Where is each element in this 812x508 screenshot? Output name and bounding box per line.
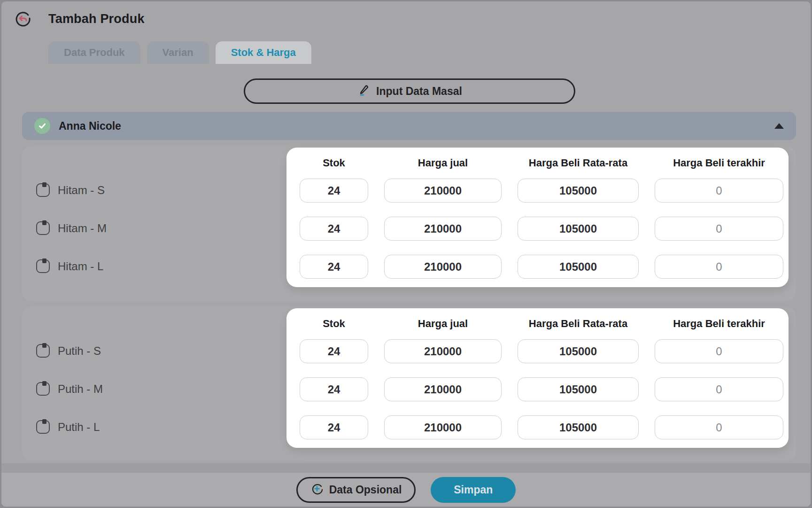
- package-icon: [36, 382, 50, 396]
- variant-row: Putih - S: [36, 339, 101, 363]
- harga-beli-rata-input[interactable]: [518, 255, 639, 279]
- harga-jual-input[interactable]: [384, 339, 502, 363]
- variant-row: Hitam - M: [36, 216, 107, 240]
- stock-price-card: Stok Harga jual Harga Beli Rata-rata Har…: [286, 148, 789, 287]
- harga-beli-terakhir-input[interactable]: [655, 255, 783, 279]
- stok-input[interactable]: [300, 339, 368, 363]
- variant-label: Putih - M: [58, 383, 103, 396]
- package-icon: [36, 420, 50, 434]
- harga-beli-rata-input[interactable]: [518, 217, 639, 241]
- table-row: [300, 415, 783, 439]
- variant-row: Putih - M: [36, 377, 103, 401]
- footer-bar: Data Opsional Simpan: [1, 473, 811, 508]
- harga-beli-terakhir-input[interactable]: [655, 217, 783, 241]
- column-header-harga-beli-rata: Harga Beli Rata-rata: [518, 318, 639, 330]
- harga-beli-terakhir-input[interactable]: [655, 415, 783, 439]
- table-header-row: Stok Harga jual Harga Beli Rata-rata Har…: [300, 318, 783, 330]
- simpan-button[interactable]: Simpan: [431, 477, 516, 503]
- package-icon: [36, 221, 50, 235]
- data-opsional-button[interactable]: Data Opsional: [296, 477, 416, 503]
- add-product-screen: Tambah Produk Data Produk Varian Stok & …: [0, 0, 812, 508]
- tab-stok-harga[interactable]: Stok & Harga: [216, 41, 311, 64]
- column-header-harga-jual: Harga jual: [384, 157, 502, 169]
- input-data-masal-button[interactable]: Input Data Masal: [244, 78, 575, 104]
- stok-input[interactable]: [300, 415, 368, 439]
- variant-label: Putih - S: [58, 344, 101, 358]
- variant-section-putih: Putih - S Putih - M Putih - L Stok Harga…: [22, 307, 796, 461]
- check-circle-icon: [34, 118, 50, 134]
- package-icon: [36, 259, 50, 273]
- table-header-row: Stok Harga jual Harga Beli Rata-rata Har…: [300, 157, 783, 169]
- stok-input[interactable]: [300, 217, 368, 241]
- harga-beli-rata-input[interactable]: [518, 179, 639, 203]
- harga-jual-input[interactable]: [384, 179, 502, 203]
- column-header-harga-beli-terakhir: Harga Beli terakhir: [655, 318, 783, 330]
- tab-bar: Data Produk Varian Stok & Harga: [48, 41, 311, 64]
- harga-beli-rata-input[interactable]: [518, 377, 639, 401]
- variant-label: Hitam - L: [58, 260, 103, 273]
- back-button[interactable]: [14, 10, 32, 29]
- table-row: [300, 217, 783, 241]
- undo-back-icon: [14, 23, 32, 30]
- package-icon: [36, 344, 50, 358]
- harga-jual-input[interactable]: [384, 217, 502, 241]
- column-header-harga-jual: Harga jual: [384, 318, 502, 330]
- harga-beli-rata-input[interactable]: [518, 339, 639, 363]
- column-header-stok: Stok: [300, 157, 368, 169]
- tab-varian[interactable]: Varian: [147, 41, 209, 64]
- caret-up-icon[interactable]: [774, 123, 784, 129]
- footer-divider: [1, 463, 811, 473]
- harga-jual-input[interactable]: [384, 415, 502, 439]
- stok-input[interactable]: [300, 255, 368, 279]
- column-header-harga-beli-rata: Harga Beli Rata-rata: [518, 157, 639, 169]
- variant-row: Putih - L: [36, 415, 100, 439]
- harga-beli-terakhir-input[interactable]: [655, 179, 783, 203]
- pencil-icon: [357, 83, 370, 99]
- variant-row: Hitam - S: [36, 178, 105, 202]
- table-row: [300, 179, 783, 203]
- package-icon: [36, 183, 50, 197]
- stok-input[interactable]: [300, 377, 368, 401]
- table-row: [300, 339, 783, 363]
- input-data-masal-label: Input Data Masal: [376, 85, 462, 98]
- harga-beli-rata-input[interactable]: [518, 415, 639, 439]
- column-header-stok: Stok: [300, 318, 368, 330]
- harga-beli-terakhir-input[interactable]: [655, 377, 783, 401]
- plus-circle-icon: [310, 482, 324, 498]
- table-row: [300, 255, 783, 279]
- page-title: Tambah Produk: [48, 12, 145, 26]
- variant-section-hitam: Hitam - S Hitam - M Hitam - L Stok Harga…: [22, 146, 796, 301]
- table-row: [300, 377, 783, 401]
- group-header-anna-nicole[interactable]: Anna Nicole: [22, 112, 796, 140]
- harga-beli-terakhir-input[interactable]: [655, 339, 783, 363]
- variant-label: Putih - L: [58, 421, 100, 434]
- harga-jual-input[interactable]: [384, 255, 502, 279]
- column-header-harga-beli-terakhir: Harga Beli terakhir: [655, 157, 783, 169]
- tab-data-produk[interactable]: Data Produk: [48, 41, 140, 64]
- variant-label: Hitam - M: [58, 222, 107, 235]
- variant-label: Hitam - S: [58, 184, 105, 197]
- data-opsional-label: Data Opsional: [329, 484, 402, 496]
- group-name: Anna Nicole: [59, 120, 121, 133]
- variant-row: Hitam - L: [36, 254, 103, 278]
- harga-jual-input[interactable]: [384, 377, 502, 401]
- stok-input[interactable]: [300, 179, 368, 203]
- stock-price-card: Stok Harga jual Harga Beli Rata-rata Har…: [286, 308, 789, 448]
